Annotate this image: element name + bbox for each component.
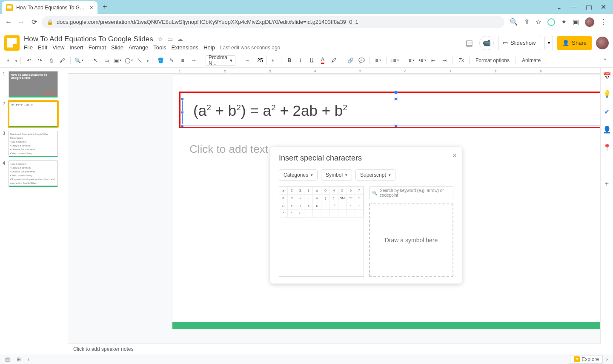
rotation-handle[interactable] [394, 91, 398, 94]
char-cell[interactable]: ᵛ [355, 202, 364, 210]
back-button[interactable]: ← [3, 17, 14, 27]
char-cell[interactable]: 2 [288, 187, 296, 195]
grammarly-icon[interactable] [547, 18, 555, 26]
char-cell[interactable]: □ [279, 202, 288, 210]
draw-symbol-area[interactable]: Draw a symbol here [369, 203, 453, 277]
bold-button[interactable]: B [285, 56, 294, 65]
char-cell[interactable] [313, 210, 321, 218]
cloud-status-icon[interactable]: ☁ [177, 36, 183, 43]
equation-text[interactable]: (a2 + b2) = a2 + 2ab + b2 [193, 102, 347, 119]
character-search-input[interactable]: 🔍 Search by keyword (e.g. arrow) or code… [369, 186, 453, 199]
close-window-button[interactable]: ✕ [601, 3, 606, 11]
maximize-button[interactable]: ▢ [586, 3, 592, 11]
grid-view-icon[interactable]: ⊞ [17, 356, 21, 362]
fill-color-tool[interactable]: 🪣 [156, 56, 165, 65]
slideshow-dropdown[interactable]: ▾ [544, 36, 553, 50]
chevron-down-icon[interactable]: ⌄ [556, 3, 562, 11]
url-input[interactable]: 🔒 docs.google.com/presentation/d/1waQN0V… [42, 16, 504, 28]
zoom-tool[interactable]: 🔍 [74, 56, 83, 65]
new-slide-button[interactable]: + [3, 56, 13, 65]
clear-format-button[interactable]: Tx [456, 56, 466, 65]
highlight-button[interactable]: 🖍 [329, 56, 338, 65]
char-cell[interactable] [304, 210, 313, 218]
char-cell[interactable] [355, 210, 364, 218]
meet-button[interactable]: 📹 [479, 36, 494, 50]
char-cell[interactable]: 4 [330, 187, 338, 195]
decrease-font-button[interactable]: − [243, 56, 252, 65]
body-placeholder[interactable]: Click to add text [189, 143, 268, 156]
image-tool[interactable]: ▣ [113, 56, 122, 65]
filmstrip-view-icon[interactable]: ▤ [5, 356, 10, 362]
char-cell[interactable]: ε [313, 202, 321, 210]
bulleted-list-button[interactable]: •≡ [418, 56, 427, 65]
char-cell[interactable]: ᵒ [279, 210, 288, 218]
menu-file[interactable]: File [24, 44, 33, 51]
select-tool[interactable]: ↖ [91, 56, 100, 65]
textbox-tool[interactable]: ▭ [102, 56, 111, 65]
slide-thumb-1[interactable]: How To Add Equations To Google Slides ● … [9, 71, 58, 97]
numbered-list-button[interactable]: ≡ [407, 56, 416, 65]
text-color-button[interactable]: A [318, 56, 327, 65]
char-cell[interactable]: ⁱ [338, 202, 347, 210]
slide-thumb-3[interactable]: How to Add Comments in Google Slides Pre… [9, 131, 58, 157]
link-button[interactable]: 🔗 [346, 56, 355, 65]
chrome-menu-icon[interactable]: ⋮ [600, 18, 607, 26]
increase-indent-button[interactable]: ⇥ [440, 56, 449, 65]
char-cell[interactable] [338, 210, 347, 218]
font-selector[interactable]: Proxima N...▾ [206, 55, 235, 66]
char-cell[interactable] [321, 210, 330, 218]
title-textbox-selection[interactable]: (a2 + b2) = a2 + 2ab + b2 [179, 92, 600, 128]
account-avatar-icon[interactable] [596, 37, 609, 49]
redo-button[interactable]: ↷ [35, 56, 45, 65]
show-side-panel-button[interactable]: › [606, 356, 608, 362]
char-cell[interactable]: 6 [347, 187, 355, 195]
profile-avatar-icon[interactable] [585, 17, 594, 27]
slide-thumb-2[interactable]: (a² + b²) = a² + 2ab + b² [9, 101, 58, 127]
menu-view[interactable]: View [52, 44, 64, 51]
new-slide-dropdown[interactable] [14, 57, 17, 63]
menu-slide[interactable]: Slide [111, 44, 123, 51]
reload-button[interactable]: ⟳ [29, 17, 39, 27]
char-cell[interactable]: + [296, 195, 305, 202]
border-color-tool[interactable]: ✎ [167, 56, 176, 65]
browser-tab[interactable]: How To Add Equations To Google × [2, 1, 97, 14]
forward-button[interactable]: → [16, 17, 26, 27]
move-icon[interactable]: ▭ [167, 36, 173, 43]
tasks-icon[interactable]: ✔ [603, 108, 611, 115]
hide-menus-button[interactable]: ⌃ [600, 56, 610, 65]
char-cell[interactable]: ᶜ [321, 202, 330, 210]
char-cell[interactable]: 3 [296, 187, 305, 195]
italic-button[interactable]: I [296, 56, 305, 65]
paint-format-button[interactable]: 🖌 [57, 56, 67, 65]
print-button[interactable]: ⎙ [46, 56, 56, 65]
slide-thumb-4[interactable]: • Add a comment• Reply to a comment• Del… [9, 161, 58, 187]
decrease-indent-button[interactable]: ⇤ [429, 56, 438, 65]
doc-title[interactable]: How To Add Equations To Google Slides [24, 35, 153, 43]
char-cell[interactable]: ᴿ [288, 210, 296, 218]
categories-dropdown[interactable]: Categories [279, 169, 318, 181]
char-cell[interactable]: ™ [347, 195, 355, 202]
slides-logo-icon[interactable] [4, 35, 20, 51]
extensions-icon[interactable]: ✦ [561, 18, 567, 26]
char-cell[interactable]: 9 [288, 195, 296, 202]
line-spacing-button[interactable]: ↕≡ [390, 56, 399, 65]
add-addon-button[interactable]: + [603, 180, 611, 188]
share-button[interactable]: 👤 Share [557, 36, 592, 50]
menu-tools[interactable]: Tools [153, 44, 166, 51]
superscript-dropdown[interactable]: Superscript [355, 169, 395, 181]
maps-icon[interactable]: 📍 [603, 143, 611, 151]
explore-button[interactable]: ✦ Explore [570, 355, 603, 364]
collapse-film-icon[interactable]: ‹ [28, 356, 29, 362]
new-tab-button[interactable]: + [103, 3, 107, 11]
char-cell[interactable]: o [313, 187, 321, 195]
line-dropdown[interactable] [146, 57, 149, 63]
menu-help[interactable]: Help [203, 44, 215, 51]
char-cell[interactable]: = [313, 195, 321, 202]
char-cell[interactable]: a [279, 187, 288, 195]
char-cell[interactable]: ) [330, 195, 338, 202]
border-dash-tool[interactable]: ┅ [189, 56, 198, 65]
speaker-notes[interactable]: Click to add speaker notes [68, 344, 600, 354]
increase-font-button[interactable]: + [268, 56, 278, 65]
comments-icon[interactable]: ▤ [463, 37, 475, 49]
char-cell[interactable]: ᶰ [347, 202, 355, 210]
